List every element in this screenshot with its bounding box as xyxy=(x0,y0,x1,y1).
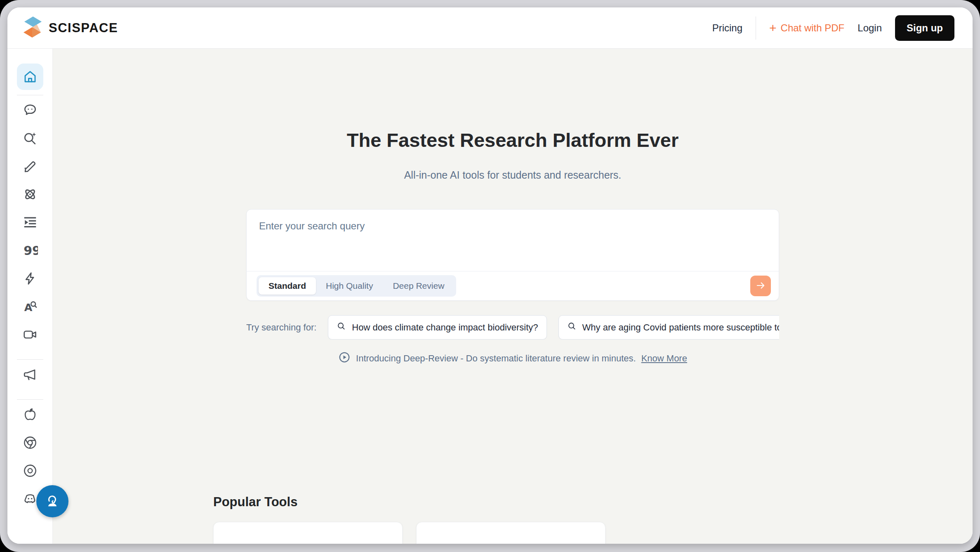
sidebar-item-copilot[interactable] xyxy=(22,102,38,118)
sidebar-item-apple-app[interactable] xyxy=(22,406,38,423)
sidebar: 99 A xyxy=(7,49,53,544)
outline-indent-icon xyxy=(22,215,38,230)
page-subtitle: All-in-one AI tools for students and res… xyxy=(53,169,973,181)
ai-detector-icon: A xyxy=(22,299,38,314)
search-icon xyxy=(337,321,346,333)
home-icon xyxy=(23,69,38,84)
megaphone-icon xyxy=(22,367,38,382)
sidebar-divider xyxy=(17,359,43,360)
sidebar-divider xyxy=(17,399,43,400)
page-title: The Fastest Research Platform Ever xyxy=(53,129,973,152)
apple-icon xyxy=(22,407,38,422)
banner-text: Introducing Deep-Review - Do systematic … xyxy=(356,353,636,364)
sidebar-item-ai-writer[interactable] xyxy=(22,158,38,175)
nav-links: Pricing + Chat with PDF Login Sign up xyxy=(712,15,954,41)
search-card: Standard High Quality Deep Review xyxy=(246,209,779,301)
tool-card[interactable] xyxy=(416,522,605,544)
video-icon xyxy=(22,327,38,342)
sidebar-item-home[interactable] xyxy=(17,64,43,90)
openai-icon xyxy=(22,463,38,479)
tool-card[interactable] xyxy=(213,522,403,544)
signup-button[interactable]: Sign up xyxy=(895,15,954,41)
play-circle-icon xyxy=(338,351,351,366)
suggestion-text: How does climate change impact biodivers… xyxy=(352,322,538,333)
scispace-logo-icon xyxy=(23,16,42,40)
arrow-right-icon xyxy=(755,280,766,292)
popular-tools-section: Popular Tools xyxy=(213,495,812,544)
suggestions-row: Try searching for: How does climate chan… xyxy=(246,315,779,340)
svg-text:99: 99 xyxy=(24,243,38,258)
sidebar-item-concepts[interactable] xyxy=(22,186,38,203)
support-fab-button[interactable] xyxy=(36,485,68,517)
ai-search-icon xyxy=(22,130,38,146)
plus-icon: + xyxy=(769,22,777,34)
brand-name: SCISPACE xyxy=(49,21,118,35)
search-submit-button[interactable] xyxy=(750,276,771,296)
search-icon xyxy=(567,321,577,333)
sidebar-divider xyxy=(17,95,43,95)
support-agent-icon xyxy=(44,492,61,511)
device-frame: SCISPACE Pricing + Chat with PDF Login S… xyxy=(0,0,980,552)
ai-writer-icon xyxy=(22,158,38,174)
search-query-input[interactable] xyxy=(247,210,779,269)
know-more-link[interactable]: Know More xyxy=(641,353,687,364)
chat-with-pdf-link[interactable]: + Chat with PDF xyxy=(769,22,844,34)
sidebar-item-ai-detector[interactable]: A xyxy=(22,298,38,315)
suggestion-text: Why are aging Covid patients more suscep… xyxy=(582,322,779,333)
brand-logo[interactable]: SCISPACE xyxy=(23,16,118,40)
suggestion-chip[interactable]: How does climate change impact biodivers… xyxy=(328,315,547,340)
sidebar-item-flash[interactable] xyxy=(22,270,38,287)
copilot-chat-icon xyxy=(22,102,38,118)
sidebar-item-ai-search[interactable] xyxy=(22,130,38,146)
discord-icon xyxy=(22,491,38,507)
app-window: SCISPACE Pricing + Chat with PDF Login S… xyxy=(7,7,973,544)
chrome-icon xyxy=(22,435,38,451)
sidebar-item-gpt[interactable] xyxy=(22,462,38,479)
navbar: SCISPACE Pricing + Chat with PDF Login S… xyxy=(7,7,973,49)
popular-tools-cards xyxy=(213,522,812,544)
popular-tools-heading: Popular Tools xyxy=(213,495,812,510)
atom-icon xyxy=(22,186,38,202)
citation-quotes-icon: 99 xyxy=(22,243,38,258)
deep-review-banner: Introducing Deep-Review - Do systematic … xyxy=(53,351,973,366)
sidebar-item-outline[interactable] xyxy=(22,214,38,231)
search-mode-segmented-control: Standard High Quality Deep Review xyxy=(257,275,456,297)
sidebar-item-citations[interactable]: 99 xyxy=(22,242,38,259)
sidebar-item-chrome-extension[interactable] xyxy=(22,434,38,451)
nav-divider xyxy=(756,17,756,40)
flash-icon xyxy=(22,271,38,286)
body-row: 99 A xyxy=(7,49,973,544)
mode-high-quality-button[interactable]: High Quality xyxy=(316,277,383,295)
pricing-link[interactable]: Pricing xyxy=(712,22,742,34)
mode-deep-review-button[interactable]: Deep Review xyxy=(383,277,454,295)
sidebar-item-discord[interactable] xyxy=(22,491,38,507)
sidebar-item-video[interactable] xyxy=(22,326,38,343)
search-card-footer: Standard High Quality Deep Review xyxy=(247,271,779,300)
sidebar-item-announcements[interactable] xyxy=(22,366,38,383)
suggestion-chip[interactable]: Why are aging Covid patients more suscep… xyxy=(558,315,779,340)
suggestions-label: Try searching for: xyxy=(246,322,316,333)
login-link[interactable]: Login xyxy=(858,22,882,34)
mode-standard-button[interactable]: Standard xyxy=(259,277,316,295)
main-content: The Fastest Research Platform Ever All-i… xyxy=(53,49,973,544)
chat-with-pdf-label: Chat with PDF xyxy=(781,22,845,34)
